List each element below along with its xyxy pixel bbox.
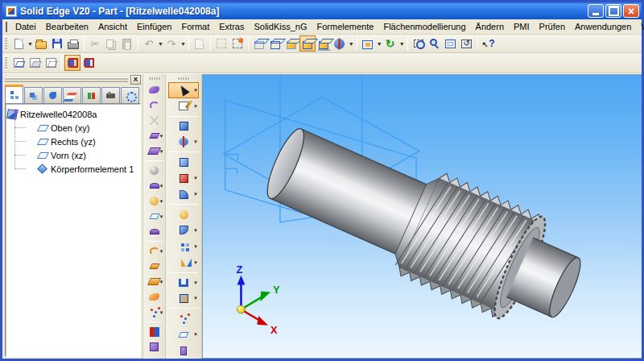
- previous-view-button[interactable]: [459, 35, 475, 52]
- tab-feature-pathfinder[interactable]: [5, 85, 23, 103]
- delete-face-button[interactable]: [145, 224, 164, 239]
- boundary-button[interactable]: [145, 113, 164, 128]
- zoom-button[interactable]: [427, 35, 443, 52]
- menu-bearbeiten[interactable]: Bearbeiten: [41, 20, 93, 33]
- construction-panel-button[interactable]: [168, 342, 199, 359]
- mirror-button[interactable]: [168, 255, 199, 271]
- bounded-surface-button[interactable]: [145, 289, 164, 305]
- document-icon[interactable]: [6, 22, 7, 32]
- select-tool-button[interactable]: [168, 82, 199, 98]
- shadow-button[interactable]: [316, 35, 332, 52]
- tree-row-body-feature[interactable]: Körperformelement 1: [14, 162, 138, 176]
- extrude-button[interactable]: [168, 118, 199, 135]
- toolbar-grip[interactable]: [177, 77, 190, 80]
- fit-button[interactable]: [443, 35, 459, 52]
- tree-row-plane-yz[interactable]: Rechts (yz): [14, 135, 138, 148]
- derived-curve-button[interactable]: [145, 243, 164, 259]
- layout-sketch-button[interactable]: [10, 55, 27, 71]
- swept-surface-button[interactable]: [145, 259, 164, 274]
- copy-button[interactable]: [103, 35, 119, 52]
- revolve-button[interactable]: [168, 135, 199, 151]
- hidden-edges-button[interactable]: [267, 35, 283, 52]
- shaded-with-edges-button[interactable]: [299, 35, 316, 52]
- tree-row-plane-xy[interactable]: Oben (xy): [14, 121, 138, 135]
- close-button[interactable]: [623, 4, 639, 18]
- undo-button[interactable]: ↶: [141, 35, 157, 52]
- shaded-button[interactable]: [283, 35, 299, 52]
- replace-face-button[interactable]: [145, 209, 164, 224]
- menu-flaechenmodellierung[interactable]: Flächenmodellierung: [378, 20, 470, 33]
- toolbar-grip[interactable]: [5, 56, 7, 69]
- dropdown-caret-icon[interactable]: [399, 41, 405, 47]
- dropdown-caret-icon[interactable]: [349, 41, 354, 47]
- menu-verwalten[interactable]: Verwalten: [636, 20, 644, 33]
- relationship-display-button[interactable]: [80, 55, 97, 71]
- wireframe-button[interactable]: [251, 35, 267, 52]
- rib-button[interactable]: [168, 291, 199, 307]
- ruled-surface-button[interactable]: [145, 274, 164, 289]
- split-surface-button[interactable]: [145, 178, 164, 193]
- menu-anwendungen[interactable]: Anwendungen: [570, 20, 636, 33]
- intersection-button[interactable]: [145, 324, 164, 339]
- redo-button[interactable]: ↷: [163, 35, 180, 52]
- sphere-tool-button[interactable]: [145, 163, 164, 178]
- maximize-button[interactable]: [605, 4, 621, 18]
- menu-einfuegen[interactable]: Einfügen: [132, 20, 176, 33]
- tab-layers[interactable]: [63, 87, 81, 103]
- edgebar-grip[interactable]: [5, 76, 141, 84]
- tab-animation[interactable]: [101, 87, 120, 103]
- menu-datei[interactable]: Datei: [10, 20, 41, 33]
- point-curve-button[interactable]: [168, 310, 199, 326]
- offset-surface-button[interactable]: [145, 128, 164, 143]
- thin-wall-button[interactable]: [168, 275, 199, 291]
- round-button[interactable]: [168, 206, 199, 222]
- menu-solidkiss[interactable]: SolidKiss_nG: [249, 20, 312, 33]
- toolbar-grip[interactable]: [5, 37, 7, 50]
- dropdown-caret-icon[interactable]: [377, 41, 382, 47]
- graphics-viewport[interactable]: Z Y X: [202, 74, 642, 359]
- tree-row-plane-xz[interactable]: Vorn (xz): [14, 148, 138, 162]
- tab-configurations[interactable]: [121, 87, 139, 103]
- pattern-button[interactable]: [168, 239, 199, 255]
- dropdown-caret-icon[interactable]: [27, 41, 33, 47]
- menu-aendern[interactable]: Ändern: [471, 20, 509, 33]
- tree-root-row[interactable]: Ritzelwelle042008a: [7, 107, 138, 121]
- bluesurf-button[interactable]: [145, 82, 164, 98]
- sketch-grid-button[interactable]: [43, 55, 59, 71]
- update-links-button[interactable]: [192, 35, 208, 52]
- tab-sensors[interactable]: [82, 87, 101, 103]
- menu-extras[interactable]: Extras: [214, 20, 249, 33]
- menu-pruefen[interactable]: Prüfen: [535, 20, 570, 33]
- open-button[interactable]: [33, 35, 49, 52]
- dropdown-caret-icon[interactable]: [158, 41, 163, 47]
- select-visible-button[interactable]: [213, 35, 229, 52]
- visible-style-button[interactable]: [332, 35, 348, 52]
- tab-library[interactable]: [24, 87, 43, 103]
- dropdown-caret-icon[interactable]: [180, 41, 186, 47]
- revolved-cutout-button[interactable]: [168, 170, 199, 186]
- curve-branch-button[interactable]: [145, 305, 164, 320]
- cut-button[interactable]: ✂: [87, 35, 103, 52]
- menu-ansicht[interactable]: Ansicht: [93, 20, 132, 33]
- view-orientation-button[interactable]: [360, 35, 376, 52]
- paste-button[interactable]: [119, 35, 135, 52]
- sketch-view-button[interactable]: [27, 55, 43, 71]
- help-button[interactable]: [481, 35, 497, 52]
- paint-selection-button[interactable]: [229, 35, 246, 52]
- keypoint-curve-button[interactable]: [145, 98, 164, 113]
- minimize-button[interactable]: [588, 4, 604, 18]
- reference-plane-button[interactable]: [168, 326, 199, 342]
- copy-surface-button[interactable]: [145, 143, 164, 159]
- menu-pmi[interactable]: PMI: [509, 20, 535, 33]
- zoom-area-button[interactable]: [411, 35, 427, 52]
- menu-formelemente[interactable]: Formelemente: [312, 20, 379, 33]
- swept-cutout-button[interactable]: [168, 186, 199, 202]
- rotate-view-button[interactable]: [382, 35, 398, 52]
- construction-body-button[interactable]: [145, 339, 164, 355]
- cutout-button[interactable]: [168, 154, 199, 170]
- new-document-button[interactable]: [10, 35, 27, 52]
- tab-family-of-parts[interactable]: [43, 87, 62, 103]
- menu-format[interactable]: Format: [176, 20, 214, 33]
- save-button[interactable]: [49, 35, 65, 52]
- extend-surface-button[interactable]: [145, 193, 164, 209]
